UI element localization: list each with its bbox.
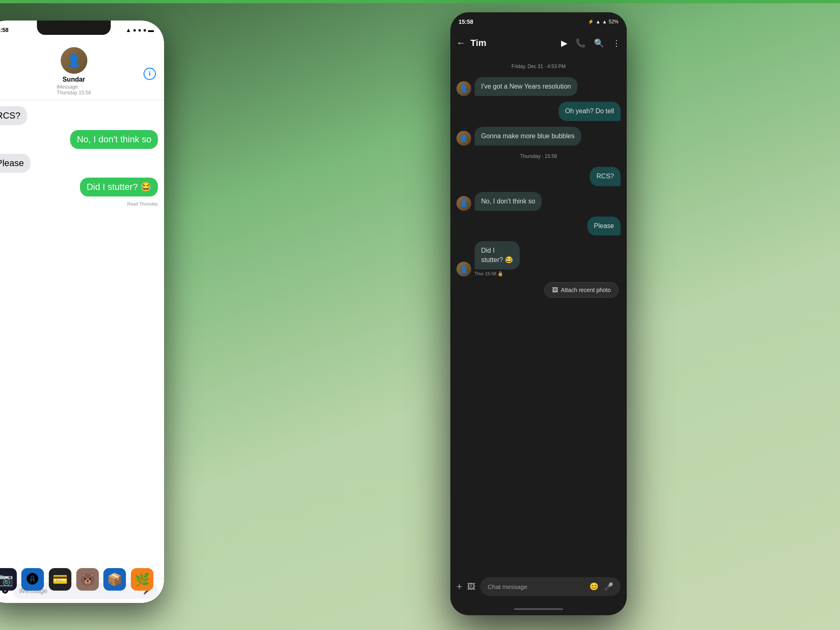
app-icon-bear[interactable]: 🐻 — [76, 568, 99, 591]
android-message-please: Please — [587, 217, 621, 235]
android-message-row-2: Oh yeah? Do tell — [457, 102, 621, 121]
android-message-rcs: RCS? — [590, 167, 621, 186]
android-message-dotell: Oh yeah? Do tell — [559, 102, 621, 121]
android-message-row-5: 👤 No, I don't think so — [457, 192, 621, 211]
iphone-app-dock: 📷 🅐 💳 🐻 📦 🌿 — [0, 568, 164, 591]
android-device: 15:58 ⚡ ▲ ▲ 52% ← Tim ▶ 📞 🔍 ⋮ Friday, De… — [450, 12, 627, 615]
android-message-row-4: RCS? — [457, 167, 621, 186]
android-avatar-4: 👤 — [457, 262, 471, 276]
attach-photo-label: Attach recent photo — [561, 287, 611, 293]
iphone-time: 15:58 — [0, 27, 9, 33]
iphone-chat-area: RCS? No, I don't think so Please Did I s… — [0, 100, 164, 578]
android-chat-header: ← Tim ▶ 📞 🔍 ⋮ — [450, 31, 627, 55]
android-time: 15:58 — [459, 18, 473, 25]
iphone-contact-name: Sundar — [62, 76, 85, 83]
android-phone-call-icon[interactable]: 📞 — [575, 38, 586, 48]
android-message-bluebubbles: Gonna make more blue bubbles — [475, 127, 581, 146]
iphone-message-stutter: Did I stutter? 😂 — [80, 178, 158, 196]
app-icon-camera[interactable]: 📷 — [0, 568, 17, 591]
android-message-row-3: 👤 Gonna make more blue bubbles — [457, 127, 621, 146]
iphone-device: 15:58 ▲ ● ● ● ▬ 👤 Sundar iMessage Thursd… — [0, 21, 164, 603]
iphone-chat-header: 👤 Sundar iMessage Thursday 15:58 i — [0, 41, 164, 100]
attach-recent-photo-button[interactable]: 🖼 Attach recent photo — [544, 282, 619, 298]
android-status-icons: ⚡ ▲ ▲ 52% — [588, 19, 619, 25]
android-message-timestamp: Thur 15:58 🔒 — [475, 271, 535, 276]
android-video-call-icon[interactable]: ▶ — [561, 38, 567, 48]
android-wifi-icon: ▲ — [596, 19, 600, 25]
android-chat-area: Friday, Dec 31 · 4:53 PM 👤 I've got a Ne… — [450, 55, 627, 570]
iphone-messages-app: 👤 Sundar iMessage Thursday 15:58 i RCS? … — [0, 41, 164, 603]
android-date-divider-2: Thursday · 15:58 — [457, 153, 621, 159]
android-bottom-bar: + 🖼 Chat message 😊 🎤 — [450, 570, 627, 603]
android-screen: 15:58 ⚡ ▲ ▲ 52% ← Tim ▶ 📞 🔍 ⋮ Friday, De… — [450, 12, 627, 615]
android-avatar-3: 👤 — [457, 196, 471, 211]
android-header-actions: ▶ 📞 🔍 ⋮ — [561, 38, 621, 48]
iphone-status-icons: ▲ ● ● ● ▬ — [126, 27, 154, 33]
android-message-row-7: 👤 Did I stutter? 😂 Thur 15:58 🔒 — [457, 241, 621, 276]
iphone-notch — [37, 21, 111, 35]
android-contact-name: Tim — [470, 38, 556, 48]
iphone-info-button[interactable]: i — [144, 68, 156, 80]
android-voice-button[interactable]: 🎤 — [604, 582, 613, 591]
android-avatar-2: 👤 — [457, 131, 471, 146]
android-input-placeholder: Chat message — [488, 583, 527, 590]
android-message-stutter-container: Did I stutter? 😂 Thur 15:58 🔒 — [475, 241, 535, 276]
android-message-stutter: Did I stutter? 😂 — [475, 241, 520, 269]
android-message-noidontthinkso: No, I don't think so — [475, 192, 542, 211]
app-icon-dropbox[interactable]: 📦 — [103, 568, 126, 591]
android-home-indicator — [450, 603, 627, 615]
app-icon-applepay[interactable]: 💳 — [49, 568, 71, 591]
top-accent — [0, 0, 840, 3]
android-message-input[interactable]: Chat message 😊 🎤 — [480, 577, 621, 596]
android-gallery-button[interactable]: 🖼 — [467, 582, 475, 591]
android-more-options-icon[interactable]: ⋮ — [612, 38, 621, 48]
android-home-bar — [514, 608, 563, 610]
iphone-read-receipt: Read Thursday — [127, 201, 158, 206]
android-bluetooth-icon: ⚡ — [588, 19, 594, 25]
iphone-message-please: Please — [0, 154, 30, 173]
iphone-contact-avatar: 👤 — [61, 47, 87, 74]
android-input-actions: 😊 🎤 — [589, 582, 613, 591]
iphone-message-noidontthinkso: No, I don't think so — [70, 130, 158, 149]
iphone-message-rcs: RCS? — [0, 106, 27, 125]
iphone-screen: 15:58 ▲ ● ● ● ▬ 👤 Sundar iMessage Thursd… — [0, 21, 164, 603]
attach-photo-icon: 🖼 — [552, 287, 558, 293]
iphone-message-type: iMessage Thursday 15:58 — [57, 84, 91, 96]
android-avatar-1: 👤 — [457, 81, 471, 96]
app-icon-photos[interactable]: 🌿 — [131, 568, 153, 591]
app-icon-appstore[interactable]: 🅐 — [21, 568, 44, 591]
android-message-row-1: 👤 I've got a New Years resolution — [457, 77, 621, 96]
android-add-button[interactable]: + — [457, 581, 462, 592]
android-back-button[interactable]: ← — [457, 38, 466, 48]
android-date-divider-1: Friday, Dec 31 · 4:53 PM — [457, 64, 621, 69]
android-battery: 52% — [609, 19, 619, 25]
android-status-bar: 15:58 ⚡ ▲ ▲ 52% — [450, 12, 627, 31]
android-message-newyears: I've got a New Years resolution — [475, 77, 578, 96]
android-message-row-6: Please — [457, 217, 621, 235]
android-signal-icon: ▲ — [602, 19, 607, 25]
android-search-icon[interactable]: 🔍 — [594, 38, 604, 48]
android-emoji-button[interactable]: 😊 — [589, 582, 598, 591]
